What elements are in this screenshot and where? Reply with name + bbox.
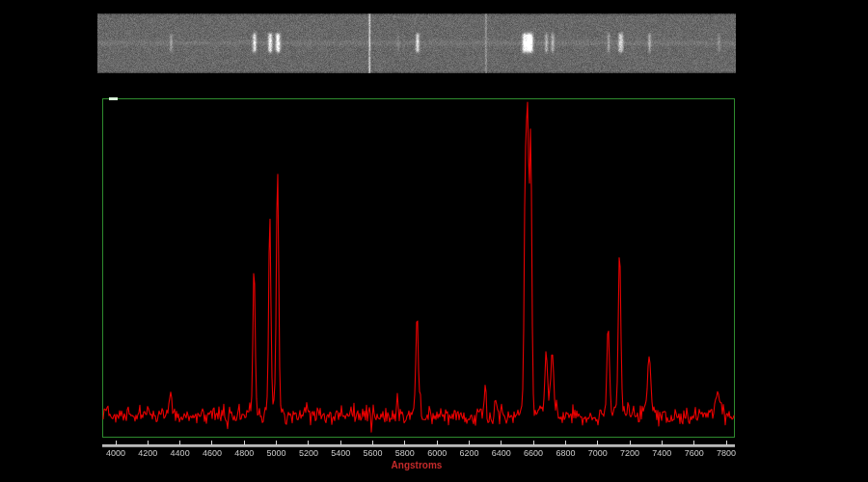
axis-tick-label: 6400 <box>482 448 521 458</box>
axis-tick <box>437 441 438 445</box>
axis-tick <box>148 441 149 445</box>
axis-tick-label: 7400 <box>642 448 681 458</box>
axis-tick-label: 4600 <box>193 448 231 458</box>
axis-tick <box>372 441 373 445</box>
axis-tick-label: 6600 <box>514 448 553 458</box>
axis-tick-label: 6000 <box>418 448 456 458</box>
axis-tick-label: 5800 <box>386 448 424 458</box>
axis-tick <box>244 441 245 445</box>
axis-tick <box>116 441 117 445</box>
spectrum-plot-frame[interactable] <box>102 98 735 438</box>
axis-tick <box>693 441 694 445</box>
axis-tick-label: 7000 <box>579 448 617 458</box>
x-axis-bar <box>102 444 735 447</box>
axis-tick <box>533 441 534 445</box>
axis-tick <box>276 441 277 445</box>
axis-tick <box>469 441 470 445</box>
axis-tick <box>565 441 566 445</box>
spectroscopy-display-window: 4000420044004600480050005200540056005800… <box>0 0 868 482</box>
axis-tick-label: 4800 <box>225 448 263 458</box>
axis-tick <box>404 441 405 445</box>
axis-tick-label: 5600 <box>354 448 393 458</box>
axis-tick-label: 7800 <box>707 448 746 458</box>
axis-tick-label: 5400 <box>321 448 360 458</box>
axis-tick <box>308 441 309 445</box>
axis-tick <box>630 441 631 445</box>
axis-tick <box>211 441 212 445</box>
axis-tick <box>597 441 598 445</box>
axis-tick <box>179 441 180 445</box>
axis-tick-label: 4400 <box>161 448 200 458</box>
axis-tick <box>662 441 663 445</box>
axis-tick-label: 5200 <box>289 448 328 458</box>
axis-tick-label: 5000 <box>258 448 296 458</box>
axis-tick-label: 4200 <box>128 448 167 458</box>
frame-top-highlight <box>109 97 118 100</box>
axis-tick-label: 4000 <box>96 448 135 458</box>
x-axis-title: Angstroms <box>368 460 465 470</box>
axis-tick-label: 6200 <box>449 448 488 458</box>
axis-tick-label: 7200 <box>610 448 649 458</box>
axis-tick-label: 6800 <box>546 448 584 458</box>
axis-tick <box>726 441 727 445</box>
axis-tick <box>501 441 502 445</box>
raw-spectrum-image-strip <box>97 13 736 73</box>
axis-tick <box>340 441 341 445</box>
axis-tick-label: 7600 <box>675 448 714 458</box>
